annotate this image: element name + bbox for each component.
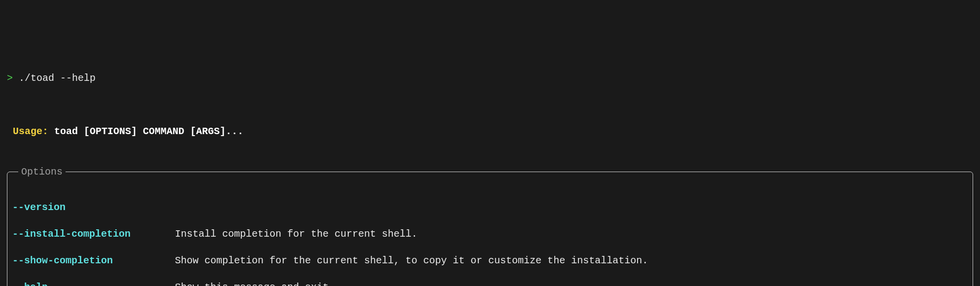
option-desc: Show completion for the current shell, t… (175, 254, 648, 267)
option-desc: Install completion for the current shell… (175, 227, 417, 241)
terminal-output: > ./toad --help Usage: toad [OPTIONS] CO… (7, 58, 973, 286)
option-name: --show-completion (12, 254, 175, 267)
blank-line (7, 98, 973, 111)
prompt-symbol: > (7, 72, 13, 84)
usage-line: Usage: toad [OPTIONS] COMMAND [ARGS]... (7, 125, 973, 138)
command-text: ./toad --help (19, 72, 96, 84)
options-panel: Options --version --install-completionIn… (7, 172, 973, 286)
option-name: --install-completion (12, 227, 175, 241)
options-panel-title: Options (18, 165, 66, 179)
option-row: --show-completionShow completion for the… (12, 254, 968, 267)
prompt-line: > ./toad --help (7, 72, 973, 85)
option-desc: Show this message and exit. (175, 281, 335, 286)
option-name: --help (12, 281, 175, 286)
usage-text: toad [OPTIONS] COMMAND [ARGS]... (54, 126, 243, 137)
option-row: --install-completionInstall completion f… (12, 227, 968, 241)
option-row: --helpShow this message and exit. (12, 281, 968, 286)
usage-label: Usage: (13, 126, 48, 137)
option-name: --version (12, 201, 175, 214)
option-row: --version (12, 201, 968, 214)
